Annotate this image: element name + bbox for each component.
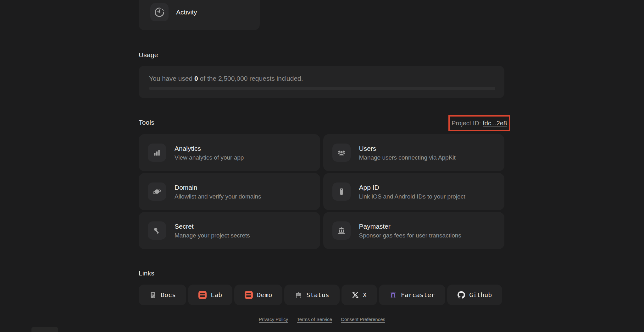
activity-clock-icon bbox=[150, 3, 169, 21]
terms-of-service-link[interactable]: Terms of Service bbox=[297, 317, 332, 322]
tool-card-users[interactable]: Users Manage users connecting via AppKit bbox=[323, 134, 505, 171]
link-label: Demo bbox=[257, 291, 272, 299]
privacy-policy-link[interactable]: Privacy Policy bbox=[259, 317, 288, 322]
users-icon bbox=[332, 144, 351, 162]
tool-title: Paymaster bbox=[359, 223, 391, 230]
tool-title: Secret bbox=[175, 223, 194, 230]
link-label: Status bbox=[306, 291, 329, 299]
tool-title: Domain bbox=[175, 184, 197, 191]
footer-links: Privacy Policy Terms of Service Consent … bbox=[0, 317, 644, 322]
docs-link-button[interactable]: Docs bbox=[139, 285, 186, 305]
links-heading: Links bbox=[139, 269, 154, 277]
github-link-button[interactable]: Github bbox=[447, 285, 502, 305]
bank-icon bbox=[332, 221, 351, 240]
x-logo-icon bbox=[352, 291, 359, 298]
tool-description: Sponsor gas fees for user transactions bbox=[359, 232, 461, 239]
tool-card-paymaster[interactable]: Paymaster Sponsor gas fees for user tran… bbox=[323, 212, 505, 249]
lab-link-button[interactable]: Lab bbox=[188, 285, 232, 305]
project-id-highlight-box[interactable]: Project ID: fdc...2e8 bbox=[448, 115, 510, 131]
github-icon bbox=[458, 291, 465, 299]
tool-description: Manage your project secrets bbox=[175, 232, 250, 239]
smartphone-icon bbox=[332, 182, 351, 201]
docs-icon bbox=[149, 291, 157, 299]
tool-description: Allowlist and verify your domains bbox=[175, 193, 261, 200]
links-row: Docs Lab Demo Status X bbox=[139, 285, 502, 305]
link-label: Docs bbox=[161, 291, 176, 299]
link-label: Github bbox=[469, 291, 492, 299]
demo-icon bbox=[245, 291, 253, 299]
status-link-button[interactable]: Status bbox=[284, 285, 339, 305]
tools-heading: Tools bbox=[139, 119, 154, 126]
tool-title: Analytics bbox=[175, 145, 201, 152]
project-id-value[interactable]: fdc...2e8 bbox=[483, 120, 507, 127]
x-link-button[interactable]: X bbox=[341, 285, 377, 305]
usage-message-suffix: of the 2,500,000 requests included. bbox=[198, 75, 303, 82]
usage-progress-bar bbox=[149, 87, 495, 90]
farcaster-link-button[interactable]: Farcaster bbox=[379, 285, 445, 305]
link-label: Lab bbox=[211, 291, 222, 299]
tool-card-secret[interactable]: Secret Manage your project secrets bbox=[139, 212, 320, 249]
link-label: X bbox=[363, 291, 367, 299]
tool-card-app-id[interactable]: App ID Link iOS and Android IDs to your … bbox=[323, 173, 505, 210]
tool-title: App ID bbox=[359, 184, 379, 191]
activity-label: Activity bbox=[176, 3, 197, 21]
tool-description: Manage users connecting via AppKit bbox=[359, 154, 456, 161]
tool-title: Users bbox=[359, 145, 376, 152]
usage-used-count: 0 bbox=[194, 75, 198, 82]
tool-description: View analytics of your app bbox=[175, 154, 244, 161]
activity-card[interactable]: Activity bbox=[139, 0, 260, 30]
link-label: Farcaster bbox=[401, 291, 435, 299]
tool-card-analytics[interactable]: Analytics View analytics of your app bbox=[139, 134, 320, 171]
tool-description: Link iOS and Android IDs to your project bbox=[359, 193, 465, 200]
project-id-label: Project ID: bbox=[452, 120, 481, 127]
lab-icon bbox=[198, 291, 207, 299]
tool-card-domain[interactable]: Domain Allowlist and verify your domains bbox=[139, 173, 320, 210]
cookie-widget-edge bbox=[31, 327, 58, 332]
usage-message-prefix: You have used bbox=[149, 75, 194, 82]
tools-grid: Analytics View analytics of your app Use… bbox=[139, 134, 504, 249]
status-icon bbox=[295, 291, 302, 299]
key-icon bbox=[148, 221, 166, 240]
bar-chart-icon bbox=[148, 144, 166, 162]
planet-icon bbox=[148, 182, 166, 201]
usage-message: You have used 0 of the 2,500,000 request… bbox=[149, 75, 303, 82]
usage-heading: Usage bbox=[139, 51, 158, 59]
farcaster-icon bbox=[389, 291, 397, 299]
usage-card: You have used 0 of the 2,500,000 request… bbox=[139, 66, 504, 98]
consent-preferences-link[interactable]: Consent Preferences bbox=[341, 317, 385, 322]
demo-link-button[interactable]: Demo bbox=[234, 285, 282, 305]
